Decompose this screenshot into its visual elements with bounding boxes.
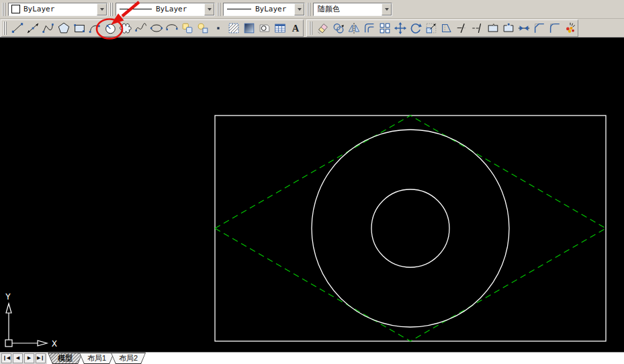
circle-icon <box>103 21 117 35</box>
region-icon <box>258 21 271 35</box>
region-button[interactable] <box>257 20 272 36</box>
ucs-icon: YX <box>5 291 57 349</box>
multiline-text-button[interactable]: A <box>287 20 303 36</box>
chevron-down-icon <box>298 8 302 13</box>
color-dropdown-arrow[interactable] <box>97 3 107 15</box>
tab-nav-next-button[interactable]: ▶ <box>24 353 34 363</box>
tab-label: 布局2 <box>112 353 145 363</box>
break-icon <box>502 21 515 35</box>
toolbar-grip[interactable] <box>307 3 310 16</box>
color-swatch <box>11 5 20 13</box>
linetype-dropdown[interactable]: ByLayer <box>116 3 215 16</box>
lineweight-value: ByLayer <box>255 5 292 13</box>
rectangle-icon <box>73 21 86 35</box>
rectangle-button[interactable] <box>71 20 87 36</box>
tab-label: 模型 <box>48 353 82 363</box>
copy-icon <box>332 21 345 35</box>
fillet-button[interactable] <box>547 20 562 36</box>
drawing-canvas[interactable]: YX <box>0 38 624 352</box>
polygon-icon <box>57 21 71 35</box>
explode-button[interactable] <box>562 20 578 36</box>
trim-icon <box>455 21 469 35</box>
revision-cloud-button[interactable] <box>118 20 133 36</box>
plotstyle-dropdown-arrow[interactable] <box>382 3 392 15</box>
tab-模型[interactable]: 模型 <box>48 353 83 364</box>
spline-button[interactable] <box>133 20 148 36</box>
break-at-point-button[interactable] <box>485 20 500 36</box>
toolbar-grip[interactable] <box>3 21 7 35</box>
toolbar-grip[interactable] <box>109 3 113 16</box>
offset-icon <box>363 21 376 35</box>
diamond-entity[interactable] <box>215 116 606 341</box>
polyline-button[interactable] <box>40 20 56 36</box>
tab-nav-last-button[interactable]: ▶❙ <box>36 353 46 363</box>
break-at-point-icon <box>486 21 500 35</box>
hatch-button[interactable] <box>226 20 241 36</box>
tab-nav-prev-button[interactable]: ◀ <box>13 353 23 363</box>
stretch-button[interactable] <box>439 20 454 36</box>
toolbar-grip[interactable] <box>217 3 220 16</box>
tab-label: 布局1 <box>80 353 114 363</box>
erase-icon <box>316 21 330 35</box>
arc-button[interactable] <box>87 20 102 36</box>
break-button[interactable] <box>500 20 516 36</box>
chamfer-icon <box>533 21 546 35</box>
mirror-button[interactable] <box>346 20 361 36</box>
tab-nav-first-button[interactable]: ❙◀ <box>1 353 11 363</box>
linetype-sample-icon <box>120 9 152 9</box>
fillet-icon <box>548 21 562 35</box>
line-button[interactable] <box>9 20 25 36</box>
inner-circle-entity[interactable] <box>371 189 449 267</box>
tab-布局1[interactable]: 布局1 <box>79 353 114 364</box>
join-icon <box>517 21 531 35</box>
lineweight-dropdown[interactable]: ByLayer <box>223 3 305 16</box>
gradient-icon <box>242 21 256 35</box>
move-icon <box>394 21 407 35</box>
offset-button[interactable] <box>361 20 377 36</box>
make-block-button[interactable] <box>195 20 210 36</box>
toolbar-grip[interactable] <box>309 21 312 35</box>
plotstyle-value: 随颜色 <box>318 4 379 14</box>
move-button[interactable] <box>392 20 408 36</box>
array-icon <box>378 21 392 35</box>
circle-button[interactable] <box>102 20 118 36</box>
copy-button[interactable] <box>330 20 346 36</box>
gradient-button[interactable] <box>241 20 257 36</box>
revision-cloud-icon <box>119 21 132 35</box>
tab-布局2[interactable]: 布局2 <box>111 353 146 364</box>
construction-line-button[interactable] <box>25 20 40 36</box>
polyline-icon <box>42 21 55 35</box>
color-dropdown[interactable]: ByLayer <box>8 3 107 16</box>
lineweight-dropdown-arrow[interactable] <box>294 3 304 15</box>
scale-button[interactable] <box>423 20 439 36</box>
insert-block-button[interactable] <box>179 20 195 36</box>
layout-tab-bar: ❙◀◀▶▶❙ 模型布局1布局2 <box>0 352 624 364</box>
construction-line-icon <box>26 21 40 35</box>
properties-toolbar: ByLayer ByLayer ByLayer 随颜色 <box>0 0 624 19</box>
svg-text:A: A <box>292 23 299 34</box>
multiline-text-icon: A <box>289 21 302 35</box>
rotate-button[interactable] <box>408 20 423 36</box>
table-button[interactable] <box>272 20 287 36</box>
color-value: ByLayer <box>24 5 94 13</box>
toolbars-row: A <box>0 19 624 38</box>
erase-button[interactable] <box>315 20 330 36</box>
trim-button[interactable] <box>454 20 470 36</box>
rectangle-entity[interactable] <box>215 116 606 341</box>
array-button[interactable] <box>377 20 392 36</box>
point-icon <box>212 21 225 35</box>
hatch-icon <box>227 21 240 35</box>
linetype-dropdown-arrow[interactable] <box>204 3 214 15</box>
join-button[interactable] <box>516 20 531 36</box>
ellipse-arc-icon <box>165 21 179 35</box>
arc-icon <box>88 21 101 35</box>
extend-button[interactable] <box>470 20 485 36</box>
toolbar-grip[interactable] <box>2 3 5 16</box>
point-button[interactable] <box>210 20 226 36</box>
plotstyle-dropdown[interactable]: 随颜色 <box>313 3 392 16</box>
ellipse-button[interactable] <box>148 20 164 36</box>
chamfer-button[interactable] <box>531 20 547 36</box>
polygon-button[interactable] <box>56 20 71 36</box>
outer-circle-entity[interactable] <box>312 130 509 327</box>
ellipse-arc-button[interactable] <box>164 20 179 36</box>
